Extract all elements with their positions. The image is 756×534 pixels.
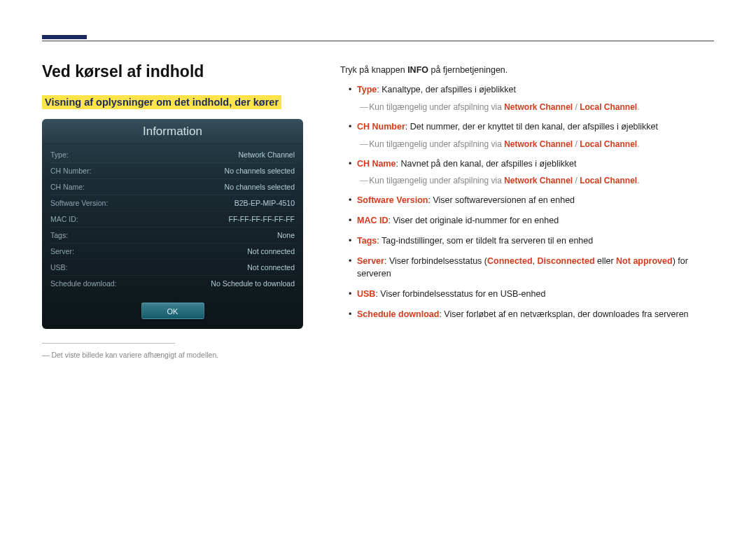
- bullet-list: Type: Kanaltype, der afspilles i øjeblik…: [340, 83, 714, 321]
- info-label: MAC ID:: [50, 215, 78, 223]
- info-label: Type:: [50, 150, 69, 159]
- key-term: USB: [357, 289, 375, 299]
- info-label: Schedule download:: [50, 279, 117, 288]
- text: /: [573, 176, 580, 185]
- text: eller: [595, 256, 617, 266]
- info-value: FF-FF-FF-FF-FF-FF: [229, 215, 295, 223]
- text: /: [573, 139, 580, 149]
- list-item: USB: Viser forbindelsesstatus for en USB…: [349, 288, 714, 301]
- list-item: MAC ID: Viser det originale id-nummer fo…: [349, 214, 714, 227]
- info-value: No channels selected: [225, 183, 295, 191]
- info-value: No Schedule to download: [211, 279, 295, 288]
- text: : Kanaltype, der afspilles i øjeblikket: [377, 85, 516, 94]
- key-term: Local Channel: [580, 176, 637, 185]
- key-term: Disconnected: [538, 256, 595, 266]
- text: .: [637, 176, 639, 185]
- text: : Viser softwareversionen af en enhed: [428, 195, 575, 205]
- info-value: Network Channel: [238, 150, 295, 159]
- text: .: [637, 139, 639, 149]
- footnote: Det viste billede kan variere afhængigt …: [42, 351, 315, 359]
- info-label: Software Version:: [50, 199, 108, 207]
- info-key: INFO: [407, 65, 428, 75]
- key-term: Local Channel: [580, 139, 637, 149]
- info-row: CH Number: No channels selected: [50, 163, 295, 179]
- list-item: CH Name: Navnet på den kanal, der afspil…: [349, 157, 714, 188]
- info-row: Server: Not connected: [50, 244, 295, 260]
- info-value: Not connected: [247, 247, 295, 255]
- key-term: Network Channel: [504, 102, 573, 112]
- info-label: USB:: [50, 263, 68, 272]
- info-row: MAC ID: FF-FF-FF-FF-FF-FF: [50, 211, 295, 227]
- info-value: Not connected: [247, 263, 295, 272]
- text: Kun tilgængelig under afspilning via: [369, 176, 504, 185]
- accent-bar: [42, 35, 87, 39]
- key-term: Network Channel: [504, 176, 573, 185]
- text: Tryk på knappen: [340, 65, 407, 75]
- columns: Ved kørsel af indhold Visning af oplysni…: [42, 62, 714, 359]
- list-item: Server: Viser forbindelsesstatus (Connec…: [349, 255, 714, 281]
- info-value: None: [277, 231, 295, 239]
- sub-note: Kun tilgængelig under afspilning via Net…: [357, 101, 714, 113]
- info-row: Tags: None: [50, 227, 295, 244]
- sub-note: Kun tilgængelig under afspilning via Net…: [357, 138, 714, 150]
- information-title: Information: [42, 119, 303, 144]
- key-term: Tags: [357, 236, 377, 246]
- page-title: Ved kørsel af indhold: [42, 62, 315, 81]
- info-row: CH Name: No channels selected: [50, 179, 295, 195]
- key-term: CH Name: [357, 159, 396, 169]
- info-row: Software Version: B2B-EP-MIP-4510: [50, 195, 295, 211]
- info-row: USB: Not connected: [50, 260, 295, 276]
- key-term: Not approved: [616, 256, 673, 266]
- info-row: Type: Network Channel: [50, 147, 295, 163]
- info-label: CH Name:: [50, 183, 85, 191]
- key-term: Software Version: [357, 195, 428, 205]
- manual-page: Ved kørsel af indhold Visning af oplysni…: [0, 0, 756, 359]
- key-term: Schedule download: [357, 309, 439, 319]
- text: Kun tilgængelig under afspilning via: [369, 139, 504, 149]
- list-item: Schedule download: Viser forløbet af en …: [349, 308, 714, 321]
- right-column: Tryk på knappen INFO på fjernbetjeningen…: [340, 62, 714, 359]
- information-panel: Information Type: Network Channel CH Num…: [42, 119, 303, 329]
- text: Kun tilgængelig under afspilning via: [369, 102, 504, 112]
- info-label: Tags:: [50, 231, 68, 239]
- list-item: Type: Kanaltype, der afspilles i øjeblik…: [349, 83, 714, 113]
- info-label: CH Number:: [50, 167, 91, 175]
- info-row: Schedule download: No Schedule to downlo…: [50, 276, 295, 291]
- text: på fjernbetjeningen.: [428, 65, 507, 75]
- sub-note: Kun tilgængelig under afspilning via Net…: [357, 174, 714, 187]
- left-column: Ved kørsel af indhold Visning af oplysni…: [42, 62, 315, 359]
- list-item: CH Number: Det nummer, der er knyttet ti…: [349, 120, 714, 150]
- text: : Viser forbindelsesstatus for en USB-en…: [375, 289, 545, 299]
- list-item: Tags: Tag-indstillinger, som er tildelt …: [349, 234, 714, 248]
- key-term: Connected: [487, 256, 533, 266]
- text: : Viser det originale id-nummer for en e…: [388, 216, 559, 225]
- footnote-rule: [42, 343, 175, 344]
- key-term: MAC ID: [357, 216, 388, 225]
- key-term: Type: [357, 85, 377, 94]
- text: .: [637, 102, 639, 112]
- info-label: Server:: [50, 247, 74, 255]
- text: : Det nummer, der er knyttet til den kan…: [405, 122, 658, 132]
- key-term: Network Channel: [504, 139, 573, 149]
- text: : Viser forbindelsesstatus (: [384, 256, 487, 266]
- key-term: Local Channel: [580, 102, 637, 112]
- list-item: Software Version: Viser softwareversione…: [349, 194, 714, 207]
- text: : Tag-indstillinger, som er tildelt fra …: [377, 236, 593, 246]
- top-rule: [42, 41, 714, 41]
- text: /: [573, 102, 580, 112]
- text: : Viser forløbet af en netværksplan, der…: [439, 309, 688, 319]
- intro-text: Tryk på knappen INFO på fjernbetjeningen…: [340, 65, 714, 75]
- ok-button-wrap: OK: [42, 295, 303, 329]
- info-value: B2B-EP-MIP-4510: [234, 199, 295, 207]
- key-term: CH Number: [357, 122, 405, 132]
- text: ,: [533, 256, 538, 266]
- info-value: No channels selected: [225, 167, 295, 175]
- text: : Navnet på den kanal, der afspilles i ø…: [396, 159, 577, 169]
- ok-button[interactable]: OK: [141, 302, 204, 319]
- information-body: Type: Network Channel CH Number: No chan…: [42, 144, 303, 295]
- section-heading: Visning af oplysninger om det indhold, d…: [42, 95, 281, 109]
- key-term: Server: [357, 256, 384, 266]
